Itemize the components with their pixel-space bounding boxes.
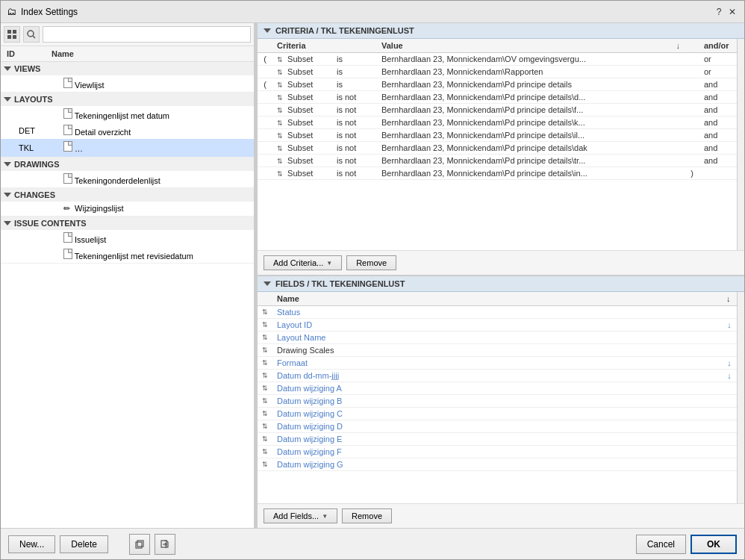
table-row[interactable]: ⇅ Datum wijziging A: [258, 382, 737, 395]
list-item[interactable]: Issuelijst: [1, 230, 254, 246]
field-name-cell: Datum wijziging E: [272, 433, 722, 446]
list-item[interactable]: Tekeningenlijst met revisiedatum: [1, 246, 254, 263]
field-drag-handle[interactable]: ⇅: [258, 306, 272, 319]
tree-container[interactable]: VIEWS Viewlijst LAYOUTS: [1, 62, 254, 528]
table-row[interactable]: ⇅ Datum dd-mm-jjjj ↓: [258, 370, 737, 382]
fields-expand-icon[interactable]: [264, 281, 271, 286]
table-row[interactable]: ⇅ Subset is not Bernhardlaan 23, Monnick…: [258, 104, 737, 116]
new-button[interactable]: New...: [8, 535, 55, 553]
table-row[interactable]: ⇅ Datum wijziging C: [258, 408, 737, 420]
changes-expand-icon: [4, 193, 11, 197]
add-fields-button[interactable]: Add Fields... ▼: [264, 508, 337, 523]
ok-button[interactable]: OK: [691, 535, 737, 554]
drag-handle[interactable]: ⇅: [277, 132, 283, 140]
drag-handle[interactable]: ⇅: [277, 170, 283, 178]
field-drag-handle[interactable]: ⇅: [258, 395, 272, 408]
app-icon: 🗂: [7, 6, 16, 17]
table-row[interactable]: ⇅ Subset is not Bernhardlaan 23, Monnick…: [258, 129, 737, 142]
drawings-group-header[interactable]: DRAWINGS: [1, 158, 254, 171]
criteria-expand-icon[interactable]: [264, 28, 271, 33]
table-row[interactable]: ⇅ Layout Name: [258, 332, 737, 344]
table-row[interactable]: ⇅ Subset is Bernhardlaan 23, Monnickenda…: [258, 66, 737, 78]
drag-handle[interactable]: ⇅: [277, 69, 283, 76]
table-row[interactable]: ⇅ Datum wijziging D: [258, 420, 737, 433]
svg-line-5: [33, 36, 35, 38]
list-item[interactable]: TKL: [1, 139, 254, 157]
field-drag-handle[interactable]: ⇅: [258, 382, 272, 395]
field-drag-handle[interactable]: ⇅: [258, 433, 272, 446]
field-drag-handle[interactable]: ⇅: [258, 458, 272, 471]
table-row[interactable]: ⇅ Status: [258, 306, 737, 319]
table-row[interactable]: ⇅ Datum wijziging B: [258, 395, 737, 408]
field-drag-handle[interactable]: ⇅: [258, 370, 272, 382]
field-drag-handle[interactable]: ⇅: [258, 332, 272, 344]
table-row[interactable]: ⇅ Layout ID ↓: [258, 319, 737, 332]
copy-button[interactable]: [129, 534, 150, 555]
field-sort-arrow: [722, 344, 737, 357]
drag-handle[interactable]: ⇅: [277, 81, 283, 89]
field-drag-handle[interactable]: ⇅: [258, 420, 272, 433]
issue-contents-group-header[interactable]: ISSUE CONTENTS: [1, 217, 254, 230]
list-item[interactable]: Tekeningonderdelenlijst: [1, 171, 254, 187]
drag-handle[interactable]: ⇅: [277, 158, 283, 165]
name-edit-input[interactable]: [75, 143, 251, 155]
grid-view-button[interactable]: [4, 26, 20, 43]
field-name-cell: Layout ID: [272, 319, 722, 332]
search-input[interactable]: [43, 26, 251, 43]
field-drag-handle[interactable]: ⇅: [258, 446, 272, 458]
id-column-header: ID: [4, 48, 49, 60]
remove-fields-button[interactable]: Remove: [342, 508, 392, 523]
table-row[interactable]: ⇅ Datum wijziging G: [258, 458, 737, 471]
table-row[interactable]: ⇅ Subset is not Bernhardlaan 23, Monnick…: [258, 91, 737, 104]
table-row[interactable]: ( ⇅ Subset is Bernhardlaan 23, Monnicken…: [258, 78, 737, 91]
drag-handle[interactable]: ⇅: [277, 94, 283, 102]
fields-scrollbar[interactable]: [737, 292, 744, 503]
table-row[interactable]: ⇅ Datum wijziging F: [258, 446, 737, 458]
delete-button[interactable]: Delete: [60, 535, 108, 553]
cancel-button[interactable]: Cancel: [636, 535, 686, 554]
drag-handle[interactable]: ⇅: [277, 119, 283, 127]
bottom-bar: New... Delete Cancel OK: [1, 528, 744, 559]
table-row[interactable]: ⇅ Datum wijziging E: [258, 433, 737, 446]
table-row[interactable]: ⇅ Subset is not Bernhardlaan 23, Monnick…: [258, 142, 737, 155]
help-button[interactable]: ?: [713, 6, 725, 18]
add-criteria-button[interactable]: Add Criteria... ▼: [264, 255, 342, 270]
changes-group-header[interactable]: CHANGES: [1, 188, 254, 202]
list-item[interactable]: DET Detail overzicht: [1, 122, 254, 139]
close-button[interactable]: ✕: [726, 6, 738, 18]
search-button[interactable]: [23, 26, 40, 43]
fields-section-header: FIELDS / TKL TEKENINGENLUST: [258, 276, 744, 292]
list-item[interactable]: Tekeningenlijst met datum: [1, 106, 254, 122]
field-drag-handle[interactable]: ⇅: [258, 408, 272, 420]
views-group-header[interactable]: VIEWS: [1, 62, 254, 75]
criteria-scrollbar[interactable]: [737, 39, 744, 250]
list-item[interactable]: ✏ Wijzigingslijst: [1, 202, 254, 216]
import-button[interactable]: [155, 534, 175, 555]
list-item[interactable]: Viewlijst: [1, 75, 254, 92]
drag-handle[interactable]: ⇅: [277, 107, 283, 114]
item-name: Issuelijst: [60, 231, 251, 245]
field-drag-handle[interactable]: ⇅: [258, 319, 272, 332]
views-expand-icon: [4, 66, 11, 71]
remove-criteria-button[interactable]: Remove: [346, 255, 396, 270]
criteria-table[interactable]: Criteria Value ↓ and/or ( ⇅ Subset: [258, 39, 737, 250]
table-row[interactable]: ⇅ Formaat ↓: [258, 357, 737, 370]
paren-open-cell: [258, 142, 272, 155]
col-andor: and/or: [699, 39, 737, 53]
table-row[interactable]: ⇅ Subset is not Bernhardlaan 23, Monnick…: [258, 167, 737, 180]
field-drag-handle[interactable]: ⇅: [258, 344, 272, 357]
paren-close-cell: [685, 129, 699, 142]
layouts-group-header[interactable]: LAYOUTS: [1, 93, 254, 106]
condition-cell: is not: [332, 129, 377, 142]
table-row[interactable]: ( ⇅ Subset is Bernhardlaan 23, Monnicken…: [258, 53, 737, 66]
left-toolbar: [1, 23, 254, 46]
left-panel: ID Name VIEWS Viewlijst: [1, 23, 255, 528]
drag-handle[interactable]: ⇅: [277, 145, 283, 152]
value-cell: Bernhardlaan 23, Monnickendam\Pd princip…: [377, 129, 685, 142]
table-row[interactable]: ⇅ Drawing Scales: [258, 344, 737, 357]
table-row[interactable]: ⇅ Subset is not Bernhardlaan 23, Monnick…: [258, 116, 737, 129]
fields-table[interactable]: Name ↓ ⇅ Status ⇅ Layout ID ↓ ⇅ Layout N…: [258, 292, 737, 503]
field-drag-handle[interactable]: ⇅: [258, 357, 272, 370]
drag-handle[interactable]: ⇅: [277, 56, 283, 63]
table-row[interactable]: ⇅ Subset is not Bernhardlaan 23, Monnick…: [258, 155, 737, 167]
